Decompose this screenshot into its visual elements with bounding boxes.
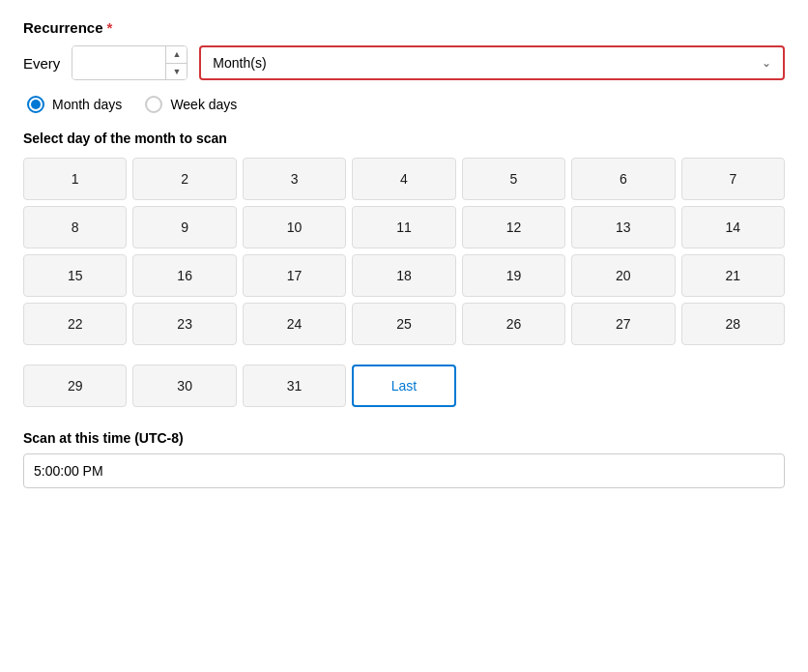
day-selector-label: Select day of the month to scan [23,131,785,146]
day-cell-22[interactable]: 22 [23,303,127,345]
day-cell-25[interactable]: 25 [352,303,455,345]
recurrence-row: Every 1 ▲ ▼ Month(s) ⌄ [23,45,785,80]
day-cell-17[interactable]: 17 [243,254,346,297]
dropdown-chevron-icon: ⌄ [762,56,771,70]
day-cell-26[interactable]: 26 [462,303,565,345]
day-cell-12[interactable]: 12 [462,206,565,248]
chevron-up-icon: ▲ [172,49,181,59]
week-days-label: Week days [170,97,237,112]
day-cell-11[interactable]: 11 [352,206,455,248]
day-cell-16[interactable]: 16 [132,254,236,297]
day-cell-28[interactable]: 28 [681,303,785,345]
empty-1 [462,365,565,407]
day-cell-last[interactable]: Last [352,365,455,407]
day-cell-21[interactable]: 21 [681,254,785,297]
days-grid: 1 2 3 4 5 6 7 8 9 10 11 12 13 14 15 16 1… [23,158,785,345]
last-label: Last [391,378,417,394]
day-cell-2[interactable]: 2 [132,158,236,200]
month-days-radio[interactable]: Month days [27,96,122,113]
recurrence-title: Recurrence [23,19,103,36]
week-days-radio-indicator [145,96,162,113]
day-cell-27[interactable]: 27 [571,303,675,345]
day-cell-23[interactable]: 23 [132,303,236,345]
day-cell-24[interactable]: 24 [243,303,346,345]
day-cell-7[interactable]: 7 [681,158,785,200]
day-cell-3[interactable]: 3 [243,158,346,200]
spinner-input-field[interactable]: 1 [72,46,165,79]
required-indicator: * [107,19,113,36]
day-cell-10[interactable]: 10 [243,206,346,248]
day-cell-13[interactable]: 13 [571,206,675,248]
scan-time-section: Scan at this time (UTC-8) [23,430,785,488]
day-cell-6[interactable]: 6 [571,158,675,200]
day-cell-8[interactable]: 8 [23,206,127,248]
day-cell-20[interactable]: 20 [571,254,675,297]
empty-2 [571,365,675,407]
scan-time-input[interactable] [23,453,785,488]
week-days-radio[interactable]: Week days [145,96,237,113]
day-cell-5[interactable]: 5 [462,158,565,200]
scan-time-label: Scan at this time (UTC-8) [23,430,785,446]
day-cell-15[interactable]: 15 [23,254,127,297]
recurrence-label: Recurrence * [23,19,785,36]
last-row: 29 30 31 Last [23,365,785,407]
recurrence-section: Recurrence * Every 1 ▲ ▼ Month(s) ⌄ Mont… [23,19,785,488]
recurrence-type-dropdown[interactable]: Month(s) ⌄ [199,45,785,80]
day-cell-14[interactable]: 14 [681,206,785,248]
spinner-down-button[interactable]: ▼ [166,64,187,80]
every-label: Every [23,55,60,72]
day-cell-19[interactable]: 19 [462,254,565,297]
day-cell-4[interactable]: 4 [352,158,455,200]
chevron-down-icon: ▼ [172,67,181,76]
month-days-label: Month days [52,97,122,112]
day-cell-31[interactable]: 31 [243,365,346,407]
month-days-radio-indicator [27,96,44,113]
day-cell-30[interactable]: 30 [132,365,236,407]
spinner-up-button[interactable]: ▲ [166,46,187,64]
day-cell-29[interactable]: 29 [23,365,127,407]
day-cell-18[interactable]: 18 [352,254,455,297]
empty-3 [681,365,785,407]
day-cell-9[interactable]: 9 [132,206,236,248]
dropdown-selected-value: Month(s) [213,55,266,71]
day-cell-1[interactable]: 1 [23,158,127,200]
spinner-buttons: ▲ ▼ [165,46,187,79]
every-spinner[interactable]: 1 ▲ ▼ [72,45,188,80]
radio-group: Month days Week days [23,96,785,113]
